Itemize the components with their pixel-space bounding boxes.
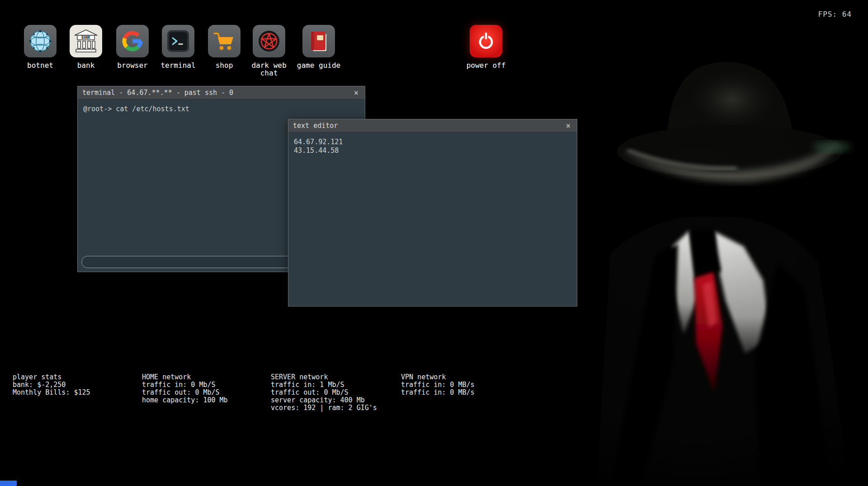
shopping-cart-icon (208, 25, 241, 57)
text-editor-content[interactable]: 64.67.92.121 43.15.44.58 (288, 132, 577, 306)
vpn-network-line: traffic in: 0 MB/s (401, 389, 475, 396)
player-stats-line: Monthly Bills: $125 (13, 389, 90, 396)
home-network-panel: HOME network traffic in: 0 Mb/S traffic … (142, 373, 228, 404)
home-network-line: home capacity: 100 Mb (142, 396, 228, 404)
desktop-icon-game-guide[interactable]: game guide (292, 25, 346, 69)
bank-building-icon: BANK (70, 25, 102, 57)
editor-line: 43.15.44.58 (294, 146, 571, 155)
editor-line: 64.67.92.121 (294, 138, 571, 146)
home-network-line: traffic in: 0 Mb/S (142, 381, 228, 389)
home-network-line: traffic out: 0 Mb/S (142, 389, 228, 396)
server-network-title: SERVER network (271, 373, 377, 381)
vpn-network-panel: VPN network traffic in: 0 MB/s traffic i… (401, 373, 475, 396)
player-stats-line: bank: $-2,250 (13, 381, 90, 389)
vpn-network-title: VPN network (401, 373, 475, 381)
server-network-line: traffic in: 1 Mb/S (271, 381, 377, 389)
text-editor-window: text editor × 64.67.92.121 43.15.44.58 (288, 119, 577, 307)
icon-label-power-off: power off (467, 61, 506, 69)
botnet-globe-icon (24, 25, 57, 57)
server-network-line: traffic out: 0 Mb/S (271, 389, 377, 396)
power-icon (470, 25, 502, 57)
text-editor-title: text editor (293, 122, 338, 130)
home-network-title: HOME network (142, 373, 228, 381)
icon-label-dark-web-chat: dark web chat (244, 61, 294, 77)
text-editor-close-icon[interactable]: × (564, 122, 572, 130)
google-g-icon (116, 25, 149, 57)
icon-label-shop: shop (216, 61, 233, 69)
icon-label-terminal: terminal (160, 61, 195, 69)
vpn-network-line: traffic in: 0 MB/s (401, 381, 475, 389)
terminal-titlebar[interactable]: terminal - 64.67.**.** - past ssh - 0 × (78, 86, 365, 99)
server-network-line: server capacity: 400 Mb (271, 396, 377, 404)
fps-counter: FPS: 64 (818, 10, 852, 19)
bank-sign-text: BANK (81, 36, 90, 40)
player-stats-title: player stats (13, 373, 90, 381)
terminal-close-icon[interactable]: × (352, 89, 360, 97)
text-editor-titlebar[interactable]: text editor × (288, 119, 577, 132)
icon-label-game-guide: game guide (297, 61, 340, 69)
terminal-title: terminal - 64.67.**.** - past ssh - 0 (82, 89, 233, 97)
desktop-icon-power-off[interactable]: power off (459, 25, 513, 69)
icon-label-botnet: botnet (27, 61, 53, 69)
icon-label-bank: bank (77, 61, 95, 69)
pentagram-icon (253, 25, 285, 57)
terminal-output: @root-> cat /etc/hosts.txt (78, 99, 365, 118)
terminal-prompt-icon (162, 25, 194, 57)
server-network-panel: SERVER network traffic in: 1 Mb/S traffi… (271, 373, 377, 412)
corner-button[interactable] (0, 481, 17, 486)
player-stats-panel: player stats bank: $-2,250 Monthly Bills… (13, 373, 90, 396)
desktop-icon-bank[interactable]: BANK bank (59, 25, 113, 69)
desktop-icon-dark-web-chat[interactable]: dark web chat (242, 25, 296, 77)
red-book-icon (302, 25, 335, 57)
desktop: FPS: 64 botnet (0, 0, 868, 486)
icon-label-browser: browser (117, 61, 147, 69)
server-network-line: vcores: 192 | ram: 2 GIG's (271, 404, 377, 412)
